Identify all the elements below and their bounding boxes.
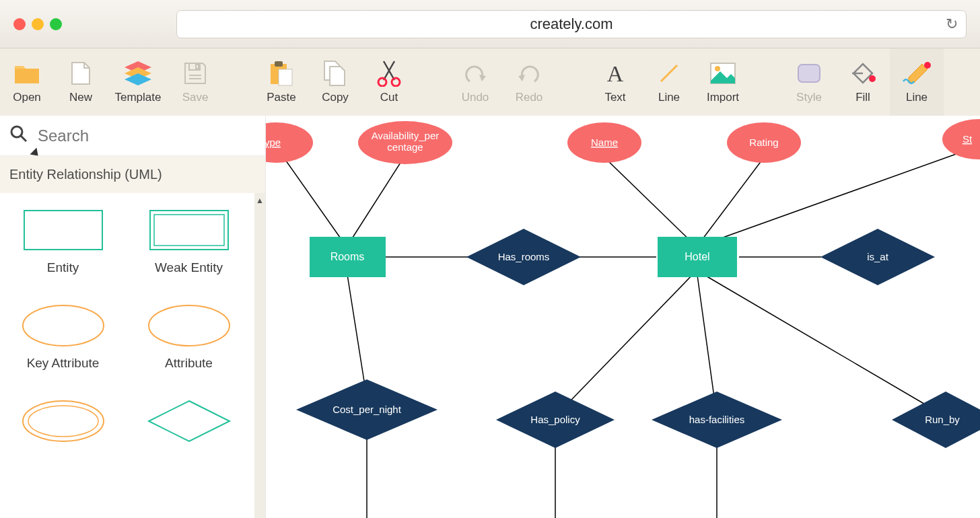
paste-icon	[269, 60, 293, 87]
svg-point-18	[149, 305, 230, 346]
main-area: Entity Relationship (UML) ▲ Entity Weak …	[0, 116, 980, 518]
attr-name[interactable]: Name	[567, 122, 641, 163]
svg-rect-16	[154, 215, 224, 246]
import-icon	[709, 60, 736, 87]
template-button[interactable]: Template	[108, 48, 168, 116]
fill-icon	[849, 60, 876, 87]
search-row	[0, 116, 265, 156]
text-icon: A	[603, 60, 627, 87]
svg-line-13	[21, 136, 26, 141]
diagram-svg: ype Availability_per centage Name Rating…	[266, 116, 980, 518]
browser-chrome: creately.com ↻	[0, 0, 980, 48]
svg-point-4	[392, 78, 400, 86]
folder-icon	[13, 60, 40, 87]
shape-attribute[interactable]: Attribute	[126, 302, 252, 371]
entity-hotel[interactable]: Hotel	[658, 237, 737, 277]
svg-text:has-facilities: has-facilities	[689, 414, 745, 425]
svg-point-20	[28, 406, 98, 437]
search-icon[interactable]	[10, 125, 28, 147]
minimize-window-button[interactable]	[32, 18, 44, 30]
svg-text:Has_policy: Has_policy	[530, 414, 580, 425]
palette-header[interactable]: Entity Relationship (UML)	[0, 156, 265, 193]
svg-text:Has_rooms: Has_rooms	[498, 251, 550, 262]
close-window-button[interactable]	[13, 18, 26, 30]
sidebar: Entity Relationship (UML) ▲ Entity Weak …	[0, 116, 266, 518]
scrollbar[interactable]: ▲	[254, 193, 265, 518]
new-button[interactable]: New	[54, 48, 108, 116]
svg-line-21	[283, 156, 347, 247]
svg-point-12	[11, 126, 22, 137]
shape-entity[interactable]: Entity	[0, 207, 126, 275]
svg-rect-14	[24, 211, 102, 250]
svg-text:Rating: Rating	[749, 137, 778, 148]
rel-is-at[interactable]: is_at	[820, 229, 935, 285]
svg-text:Cost_per_night: Cost_per_night	[332, 404, 402, 415]
canvas[interactable]: ype Availability_per centage Name Rating…	[266, 116, 980, 518]
toolbar: Open New Template Save Paste	[0, 48, 980, 116]
svg-line-22	[347, 157, 404, 247]
line-button[interactable]: Line	[642, 48, 696, 116]
text-button[interactable]: A Text	[588, 48, 642, 116]
redo-button[interactable]: Redo	[502, 48, 556, 116]
cut-button[interactable]: Cut	[362, 48, 416, 116]
new-page-icon	[71, 60, 91, 87]
svg-point-19	[23, 401, 104, 441]
svg-text:is_at: is_at	[867, 251, 889, 262]
rel-has-rooms[interactable]: Has_rooms	[466, 229, 581, 285]
svg-text:Availability_per: Availability_per	[372, 130, 440, 141]
import-button[interactable]: Import	[696, 48, 750, 116]
svg-line-30	[555, 270, 697, 416]
svg-line-32	[697, 270, 946, 416]
line-icon	[657, 60, 681, 87]
svg-rect-15	[150, 211, 228, 250]
shape-weak-entity[interactable]: Weak Entity	[126, 207, 252, 275]
attr-st[interactable]: St	[942, 119, 980, 159]
style-icon	[796, 60, 823, 87]
svg-point-17	[23, 305, 104, 346]
svg-text:Hotel: Hotel	[685, 251, 709, 262]
rel-cost-per-night[interactable]: Cost_per_night	[296, 379, 438, 440]
reload-icon[interactable]: ↻	[946, 15, 958, 33]
svg-text:St: St	[963, 133, 973, 145]
undo-icon	[463, 60, 487, 87]
url-bar[interactable]: creately.com ↻	[176, 10, 967, 38]
svg-line-6	[661, 65, 677, 81]
line-style-button[interactable]: Line	[890, 48, 944, 116]
paste-button[interactable]: Paste	[254, 48, 308, 116]
shape-relationship[interactable]	[126, 398, 252, 445]
save-button[interactable]: Save	[168, 48, 222, 116]
fill-button[interactable]: Fill	[836, 48, 890, 116]
svg-text:A: A	[607, 61, 624, 85]
svg-point-10	[869, 75, 876, 82]
open-button[interactable]: Open	[0, 48, 54, 116]
rel-has-policy[interactable]: Has_policy	[496, 392, 615, 448]
svg-line-24	[697, 157, 764, 247]
svg-text:Rooms: Rooms	[330, 251, 365, 262]
maximize-window-button[interactable]	[50, 18, 62, 30]
rel-run-by[interactable]: Run_by	[892, 392, 980, 448]
window-controls	[13, 18, 62, 30]
svg-rect-2	[279, 69, 292, 85]
svg-point-11	[924, 62, 931, 69]
svg-line-23	[604, 157, 697, 247]
svg-text:Run_by: Run_by	[925, 414, 960, 425]
entity-rooms[interactable]: Rooms	[310, 237, 386, 277]
save-icon	[184, 60, 207, 87]
attr-availability[interactable]: Availability_per centage	[358, 121, 452, 164]
shape-key-attribute[interactable]: Key Attribute	[0, 302, 126, 371]
copy-button[interactable]: Copy	[308, 48, 362, 116]
attr-type[interactable]: ype	[266, 122, 313, 163]
rel-has-facilities[interactable]: has-facilities	[652, 392, 782, 448]
search-input[interactable]	[38, 126, 255, 145]
shape-palette: ▲ Entity Weak Entity Key Attribute Attri…	[0, 193, 265, 518]
svg-text:ype: ype	[266, 137, 281, 148]
svg-rect-9	[798, 65, 820, 82]
attr-rating[interactable]: Rating	[727, 122, 801, 163]
style-button[interactable]: Style	[782, 48, 836, 116]
undo-button[interactable]: Undo	[448, 48, 502, 116]
template-icon	[125, 60, 151, 87]
copy-icon	[323, 60, 347, 87]
svg-text:Name: Name	[591, 137, 618, 148]
shape-multivalued-attribute[interactable]	[0, 398, 126, 445]
redo-icon	[517, 60, 541, 87]
